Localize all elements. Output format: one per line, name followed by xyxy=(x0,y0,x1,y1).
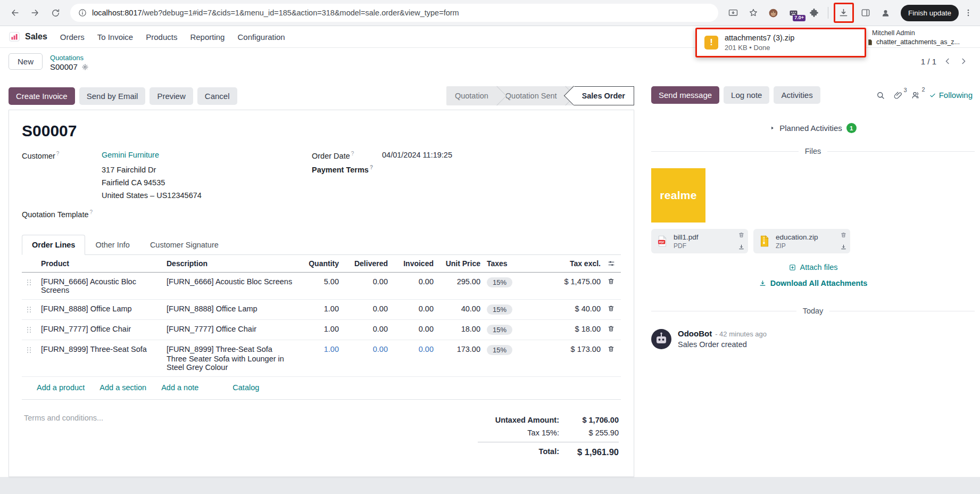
cancel-button[interactable]: Cancel xyxy=(197,87,237,105)
status-sales-order[interactable]: Sales Order xyxy=(574,86,634,105)
col-invoiced[interactable]: Invoiced xyxy=(391,255,437,273)
download-popup[interactable]: ! attachments7 (3).zip 201 KB • Done xyxy=(695,28,866,57)
followers-icon[interactable]: 2 xyxy=(911,90,921,100)
cell-description[interactable]: [FURN_6666] Acoustic Bloc Screens xyxy=(167,277,292,286)
url-bar[interactable]: localhost:8017/web?debug=1#id=7&cids=1&m… xyxy=(70,4,718,22)
cell-product[interactable]: [FURN_6666] Acoustic Bloc Screens xyxy=(41,277,136,294)
drag-handle-icon[interactable] xyxy=(25,346,35,354)
pager-next-icon[interactable] xyxy=(959,56,968,66)
finish-update-button[interactable]: Finish update xyxy=(901,5,959,21)
cell-product[interactable]: [FURN_8888] Office Lamp xyxy=(41,304,132,313)
col-delivered[interactable]: Delivered xyxy=(342,255,391,273)
log-note-button[interactable]: Log note xyxy=(724,86,769,104)
side-panel-icon[interactable] xyxy=(856,3,875,22)
download-bar-item[interactable]: chatter_attachments_as_z... xyxy=(867,38,960,46)
cell-description[interactable]: [FURN_8888] Office Lamp xyxy=(167,304,258,313)
planned-activities[interactable]: Planned Activities 1 xyxy=(651,123,975,133)
cell-description[interactable]: [FURN_8999] Three-Seat Sofa xyxy=(167,345,296,353)
create-invoice-button[interactable]: Create Invoice xyxy=(9,87,75,105)
preview-button[interactable]: Preview xyxy=(150,87,193,105)
cell-invoiced[interactable]: 0.00 xyxy=(419,325,434,333)
delete-line-icon[interactable] xyxy=(607,277,618,285)
cell-product[interactable]: [FURN_8999] Three-Seat Sofa xyxy=(41,345,147,353)
extensions-puzzle-icon[interactable] xyxy=(804,3,824,22)
col-tax-excl[interactable]: Tax excl. xyxy=(539,255,604,273)
breadcrumb-parent[interactable]: Quotations xyxy=(50,54,89,62)
navbar-user-menu[interactable]: Mitchell Admin xyxy=(872,29,915,37)
col-taxes[interactable]: Taxes xyxy=(484,255,539,273)
tab-other-info[interactable]: Other Info xyxy=(85,235,139,255)
menu-orders[interactable]: Orders xyxy=(60,32,85,42)
cell-delivered[interactable]: 0.00 xyxy=(373,345,388,353)
attachment-image-preview[interactable]: realme xyxy=(651,168,705,223)
odoobot-avatar[interactable] xyxy=(651,329,671,349)
attachment-name[interactable]: education.zip xyxy=(776,233,818,241)
cell-delivered[interactable]: 0.00 xyxy=(373,304,388,313)
customer-link[interactable]: Gemini Furniture xyxy=(102,151,159,159)
cell-quantity[interactable]: 5.00 xyxy=(324,277,339,286)
attachments-icon[interactable]: 3 xyxy=(893,90,903,100)
search-messages-icon[interactable] xyxy=(876,90,885,100)
browser-menu-kebab-icon[interactable] xyxy=(962,3,975,22)
cell-unit-price[interactable]: 173.00 xyxy=(457,345,480,353)
cell-invoiced[interactable]: 0.00 xyxy=(419,277,434,286)
new-button[interactable]: New xyxy=(9,53,43,70)
cell-quantity[interactable]: 1.00 xyxy=(324,325,339,333)
site-info-icon[interactable] xyxy=(78,8,87,18)
tax-tag[interactable]: 15% xyxy=(487,325,512,335)
add-product-link[interactable]: Add a product xyxy=(37,383,85,392)
back-button[interactable] xyxy=(5,3,24,22)
add-section-link[interactable]: Add a section xyxy=(99,383,146,392)
cell-description[interactable]: [FURN_7777] Office Chair xyxy=(167,325,256,333)
download-filename[interactable]: attachments7 (3).zip xyxy=(725,34,794,42)
menu-to-invoice[interactable]: To Invoice xyxy=(97,32,134,42)
downloads-icon[interactable] xyxy=(835,4,852,21)
profile-icon[interactable] xyxy=(876,3,895,22)
app-name[interactable]: Sales xyxy=(25,32,47,42)
status-quotation[interactable]: Quotation xyxy=(446,86,497,105)
cell-description-extra[interactable]: Three Seater Sofa with Lounger in Steel … xyxy=(167,355,296,372)
cell-delivered[interactable]: 0.00 xyxy=(373,277,388,286)
forward-button[interactable] xyxy=(26,3,45,22)
delete-line-icon[interactable] xyxy=(607,304,618,312)
download-attachment-icon[interactable] xyxy=(738,244,745,251)
delete-attachment-icon[interactable] xyxy=(840,232,847,238)
col-description[interactable]: Description xyxy=(163,255,300,273)
bookmark-star-icon[interactable] xyxy=(744,3,763,22)
menu-configuration[interactable]: Configuration xyxy=(237,32,285,42)
cell-product[interactable]: [FURN_7777] Office Chair xyxy=(41,325,131,333)
cell-invoiced[interactable]: 0.00 xyxy=(419,304,434,313)
drag-handle-icon[interactable] xyxy=(25,306,35,314)
attach-files-link[interactable]: Attach files xyxy=(788,263,838,271)
delete-attachment-icon[interactable] xyxy=(738,232,745,238)
cell-invoiced[interactable]: 0.00 xyxy=(419,345,434,353)
menu-reporting[interactable]: Reporting xyxy=(190,32,225,42)
activities-button[interactable]: Activities xyxy=(774,86,820,104)
drag-handle-icon[interactable] xyxy=(25,278,35,286)
cell-quantity[interactable]: 1.00 xyxy=(324,345,339,353)
attachment-name[interactable]: bill1.pdf xyxy=(674,233,699,241)
cell-quantity[interactable]: 1.00 xyxy=(324,304,339,313)
menu-products[interactable]: Products xyxy=(146,32,177,42)
tab-order-lines[interactable]: Order Lines xyxy=(22,235,85,255)
cell-unit-price[interactable]: 295.00 xyxy=(457,277,480,286)
following-button[interactable]: Following xyxy=(929,90,973,100)
col-unit-price[interactable]: Unit Price xyxy=(437,255,484,273)
message-author[interactable]: OdooBot xyxy=(678,329,712,338)
cell-unit-price[interactable]: 18.00 xyxy=(461,325,480,333)
attachment-card-pdf[interactable]: bill1.pdf PDF xyxy=(651,229,748,253)
optional-columns-icon[interactable] xyxy=(607,259,618,268)
extension-keypad-icon[interactable]: 7.0+ xyxy=(784,3,803,22)
status-quotation-sent[interactable]: Quotation Sent xyxy=(497,86,566,105)
delete-line-icon[interactable] xyxy=(607,325,618,333)
reload-button[interactable] xyxy=(46,3,65,22)
cell-delivered[interactable]: 0.00 xyxy=(373,325,388,333)
pager-previous-icon[interactable] xyxy=(943,56,952,66)
add-note-link[interactable]: Add a note xyxy=(161,383,198,392)
delete-line-icon[interactable] xyxy=(607,345,618,353)
col-product[interactable]: Product xyxy=(38,255,163,273)
cell-unit-price[interactable]: 40.00 xyxy=(461,304,480,313)
send-message-button[interactable]: Send message xyxy=(651,86,719,104)
send-by-email-button[interactable]: Send by Email xyxy=(79,87,146,105)
tax-tag[interactable]: 15% xyxy=(487,304,512,315)
